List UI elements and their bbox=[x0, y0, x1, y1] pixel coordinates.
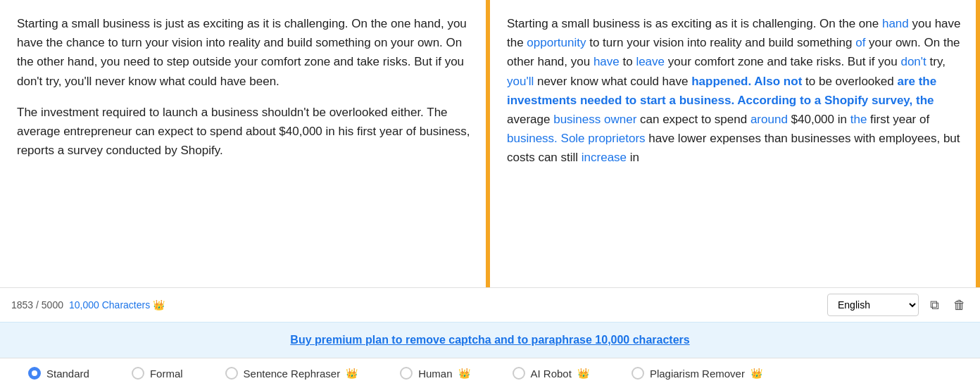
mode-sentence-rephraser-label: Sentence Rephraser bbox=[244, 368, 341, 380]
crown-sentence-rephraser-icon: 👑 bbox=[346, 368, 358, 379]
right-the: the bbox=[850, 113, 867, 126]
right-of: of bbox=[855, 36, 865, 49]
mode-formal-label: Formal bbox=[150, 368, 183, 380]
radio-sentence-rephraser[interactable] bbox=[225, 367, 238, 380]
promo-text: Buy premium plan to remove captcha and t… bbox=[290, 334, 689, 346]
crown-icon: 👑 bbox=[153, 299, 165, 311]
char-count-area: 1853 / 5000 10,000 Characters 👑 bbox=[11, 299, 165, 311]
promo-link[interactable]: Buy premium plan to remove captcha and t… bbox=[290, 334, 689, 346]
delete-icon: 🗑 bbox=[953, 298, 966, 312]
right-have: have bbox=[593, 55, 620, 68]
main-container: Starting a small business is just as exc… bbox=[0, 0, 980, 388]
right-text6: your comfort zone and take risks. But if… bbox=[665, 55, 900, 68]
right-text-start: Starting a small business is as exciting… bbox=[507, 17, 882, 30]
right-increase: increase bbox=[582, 151, 627, 164]
text-panels: Starting a small business is just as exc… bbox=[0, 0, 980, 287]
mode-human-label: Human bbox=[418, 368, 452, 380]
copy-icon: ⧉ bbox=[930, 298, 939, 312]
right-business-owner: business owner bbox=[553, 113, 636, 126]
mode-plagiarism-remover[interactable]: Plagiarism Remover 👑 bbox=[632, 367, 762, 380]
radio-human[interactable] bbox=[400, 367, 413, 380]
right-youll: you'll bbox=[507, 75, 534, 88]
right-paragraph-1: Starting a small business is as exciting… bbox=[507, 14, 963, 168]
char-limit-text: 10,000 Characters bbox=[69, 299, 150, 311]
right-hand: hand bbox=[882, 17, 909, 30]
char-max: 5000 bbox=[42, 299, 63, 311]
right-text10: average bbox=[507, 113, 553, 126]
right-text7: try, bbox=[926, 55, 946, 68]
right-around: around bbox=[750, 113, 788, 126]
mode-ai-robot-label: AI Robot bbox=[531, 368, 572, 380]
char-limit-link[interactable]: 10,000 Characters 👑 bbox=[69, 299, 165, 311]
radio-formal[interactable] bbox=[132, 367, 144, 380]
delete-button[interactable]: 🗑 bbox=[950, 295, 969, 315]
crown-human-icon: 👑 bbox=[458, 368, 470, 379]
right-text3: to turn your vision into reality and bui… bbox=[586, 36, 855, 49]
left-paragraph-1: Starting a small business is just as exc… bbox=[17, 14, 473, 91]
crown-plagiarism-remover-icon: 👑 bbox=[750, 368, 762, 379]
right-text5: to bbox=[620, 55, 636, 68]
mode-human[interactable]: Human 👑 bbox=[400, 367, 470, 380]
mode-sentence-rephraser[interactable]: Sentence Rephraser 👑 bbox=[225, 367, 358, 380]
right-happened: happened. bbox=[691, 75, 754, 88]
left-paragraph-2: The investment required to launch a busi… bbox=[17, 103, 473, 161]
radio-ai-robot[interactable] bbox=[513, 367, 525, 380]
right-also-not: Also not bbox=[754, 75, 802, 88]
promo-bar: Buy premium plan to remove captcha and t… bbox=[0, 322, 980, 358]
right-panel: Starting a small business is as exciting… bbox=[490, 0, 980, 287]
modes-bar: Standard Formal Sentence Rephraser 👑 Hum… bbox=[0, 358, 980, 388]
char-separator: / bbox=[36, 299, 42, 311]
radio-plagiarism-remover[interactable] bbox=[632, 367, 644, 380]
copy-button[interactable]: ⧉ bbox=[927, 295, 942, 315]
right-dont: don't bbox=[900, 55, 926, 68]
char-current: 1853 bbox=[11, 299, 33, 311]
right-text11: can expect to spend bbox=[636, 113, 750, 126]
crown-ai-robot-icon: 👑 bbox=[577, 368, 589, 379]
left-panel: Starting a small business is just as exc… bbox=[0, 0, 490, 287]
right-text15: in bbox=[627, 151, 639, 164]
radio-standard[interactable] bbox=[28, 367, 41, 380]
right-text8: never know what could have bbox=[534, 75, 691, 88]
right-text12: $40,000 in bbox=[788, 113, 850, 126]
mode-plagiarism-remover-label: Plagiarism Remover bbox=[650, 368, 745, 380]
right-business-sole: business. Sole proprietors bbox=[507, 132, 646, 145]
mode-formal[interactable]: Formal bbox=[132, 367, 183, 380]
char-count-display: 1853 / 5000 bbox=[11, 299, 63, 311]
mode-ai-robot[interactable]: AI Robot 👑 bbox=[513, 367, 589, 380]
right-text13: first year of bbox=[867, 113, 929, 126]
right-leave: leave bbox=[636, 55, 665, 68]
right-text9: to be overlooked bbox=[802, 75, 897, 88]
bottom-bar: 1853 / 5000 10,000 Characters 👑 English … bbox=[0, 287, 980, 322]
right-controls: English Spanish French German Italian Po… bbox=[827, 294, 969, 316]
mode-standard[interactable]: Standard bbox=[28, 367, 89, 380]
mode-standard-label: Standard bbox=[46, 368, 89, 380]
right-opportunity: opportunity bbox=[527, 36, 586, 49]
language-select[interactable]: English Spanish French German Italian Po… bbox=[827, 294, 919, 316]
